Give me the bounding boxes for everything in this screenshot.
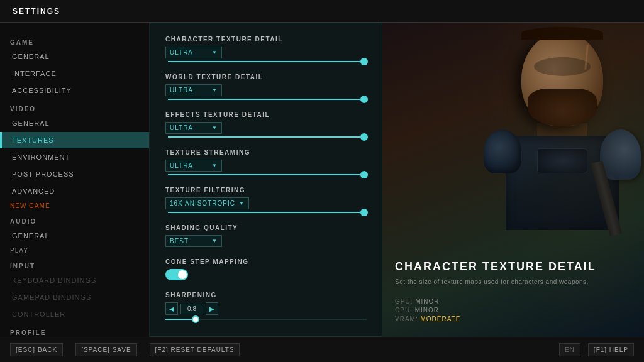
world-texture-track[interactable] (168, 99, 364, 100)
shading-quality-label: SHADING QUALITY (165, 224, 367, 231)
effects-texture-slider-container (165, 136, 367, 138)
texture-filtering-arrow: ▼ (239, 200, 245, 206)
reset-defaults-button[interactable]: [F2] RESET DEFAULTS (150, 343, 240, 356)
language-button[interactable]: EN (559, 343, 580, 356)
world-texture-value: ULTRA (170, 87, 193, 94)
content-area: CHARACTER TEXTURE DETAIL ULTRA ▼ WORLD T (150, 23, 644, 337)
save-button[interactable]: [SPACE] SAVE (75, 343, 136, 356)
texture-streaming-slider-container (165, 174, 367, 175)
sharpening-thumb[interactable] (192, 315, 199, 323)
world-texture-arrow: ▼ (212, 87, 218, 93)
sidebar-section-input: INPUT (0, 256, 149, 272)
texture-filtering-control: 16X ANISOTROPIC ▼ (165, 197, 367, 209)
texture-filtering-track[interactable] (168, 212, 364, 213)
texture-streaming-dropdown[interactable]: ULTRA ▼ (165, 160, 222, 172)
character-texture-value: ULTRA (170, 49, 193, 56)
setting-texture-streaming: TEXTURE STREAMING ULTRA ▼ (165, 149, 367, 175)
texture-filtering-label: TEXTURE FILTERING (165, 187, 367, 194)
sidebar-item-video-environment[interactable]: ENVIRONMENT (0, 149, 149, 165)
sidebar-item-video-general[interactable]: GENERAL (0, 115, 149, 131)
texture-streaming-control: ULTRA ▼ (165, 160, 367, 172)
sidebar-item-audio-general[interactable]: GENERAL (0, 228, 149, 244)
effects-texture-label: EFFECTS TEXTURE DETAIL (165, 111, 367, 118)
shading-quality-dropdown[interactable]: BEST ▼ (165, 235, 222, 247)
effects-texture-value: ULTRA (170, 124, 193, 131)
top-bar: SETTINGS (0, 0, 644, 23)
sidebar-item-video-advanced[interactable]: ADVANCED (0, 183, 149, 199)
preview-panel: CHARACTER TEXTURE DETAIL Set the size of… (382, 23, 644, 337)
page-title: SETTINGS (13, 7, 60, 16)
world-texture-dropdown[interactable]: ULTRA ▼ (165, 84, 222, 96)
setting-character-texture-detail: CHARACTER TEXTURE DETAIL ULTRA ▼ (165, 36, 367, 62)
character-texture-slider-container (165, 61, 367, 62)
preview-stats: GPU: MINOR CPU: MINOR VRAM: MODERATE (395, 298, 460, 324)
bottom-bar: [ESC] BACK [SPACE] SAVE [F2] RESET DEFAU… (0, 337, 644, 362)
texture-filtering-slider-container (165, 212, 367, 213)
sharpening-label: SHARPENING (165, 292, 367, 299)
sidebar-item-game-interface[interactable]: INTERFACE (0, 65, 149, 82)
sharpening-value: 0.8 (180, 304, 203, 314)
effects-texture-thumb[interactable] (360, 133, 368, 141)
setting-cone-step-mapping: CONE STEP MAPPING (165, 258, 367, 280)
preview-title: CHARACTER TEXTURE DETAIL (395, 260, 631, 273)
sharpening-track[interactable] (165, 319, 367, 320)
texture-filtering-fill (168, 212, 364, 213)
stat-gpu: GPU: MINOR (395, 298, 460, 305)
setting-shading-quality: SHADING QUALITY BEST ▼ (165, 224, 367, 247)
shading-quality-arrow: ▼ (212, 238, 218, 244)
sharpening-increase-btn[interactable]: ▶ (206, 302, 218, 315)
character-texture-thumb[interactable] (360, 58, 368, 65)
stat-gpu-value: MINOR (415, 298, 439, 305)
texture-streaming-fill (168, 174, 364, 175)
stat-cpu: CPU: MINOR (395, 307, 460, 314)
sidebar-section-audio: AUDIO (0, 212, 149, 228)
sharpening-stepper: ◀ 0.8 ▶ (165, 302, 218, 315)
setting-sharpening: SHARPENING ◀ 0.8 ▶ (165, 292, 367, 320)
back-button[interactable]: [ESC] BACK (10, 343, 63, 356)
character-texture-track[interactable] (168, 61, 364, 62)
sidebar-play[interactable]: PLAY (0, 244, 149, 256)
cone-step-knob (178, 270, 187, 279)
texture-streaming-label: TEXTURE STREAMING (165, 149, 367, 156)
texture-filtering-dropdown[interactable]: 16X ANISOTROPIC ▼ (165, 197, 249, 209)
stat-vram: VRAM: MODERATE (395, 315, 460, 322)
stat-cpu-value: MINOR (415, 307, 439, 314)
sidebar: GAME GENERAL INTERFACE ACCESSIBILITY VID… (0, 23, 150, 337)
character-texture-dropdown[interactable]: ULTRA ▼ (165, 47, 222, 58)
sidebar-item-game-general[interactable]: GENERAL (0, 48, 149, 65)
sidebar-item-video-postprocess[interactable]: POST PROCESS (0, 166, 149, 182)
sidebar-section-video: VIDEO (0, 99, 149, 115)
preview-info: CHARACTER TEXTURE DETAIL Set the size of… (395, 260, 631, 287)
sharpening-control: ◀ 0.8 ▶ (165, 302, 367, 315)
sharpening-decrease-btn[interactable]: ◀ (165, 302, 178, 315)
sidebar-item-input-controller: CONTROLLER (0, 306, 149, 322)
effects-texture-control: ULTRA ▼ (165, 122, 367, 134)
effects-texture-dropdown[interactable]: ULTRA ▼ (165, 122, 222, 134)
sidebar-new-game[interactable]: NEW GAME (0, 200, 149, 212)
help-button[interactable]: [F1] HELP (588, 343, 634, 356)
main-layout: GAME GENERAL INTERFACE ACCESSIBILITY VID… (0, 23, 644, 337)
effects-texture-fill (168, 136, 364, 138)
sidebar-item-input-gamepad: GAMEPAD BINDINGS (0, 289, 149, 305)
world-texture-label: WORLD TEXTURE DETAIL (165, 74, 367, 80)
character-texture-fill (168, 61, 364, 62)
cone-step-label: CONE STEP MAPPING (165, 258, 367, 265)
bottom-right-buttons: EN [F1] HELP (559, 343, 634, 356)
world-texture-fill (168, 99, 364, 100)
world-texture-slider-container (165, 99, 367, 100)
world-texture-thumb[interactable] (360, 96, 368, 103)
texture-streaming-track[interactable] (168, 174, 364, 175)
effects-texture-track[interactable] (168, 136, 364, 138)
sidebar-section-game: GAME (0, 33, 149, 48)
sharpening-slider-container (165, 319, 367, 320)
settings-panel: CHARACTER TEXTURE DETAIL ULTRA ▼ WORLD T (150, 23, 382, 337)
sidebar-item-video-textures[interactable]: TEXTURES (0, 132, 149, 148)
shading-quality-control: BEST ▼ (165, 235, 367, 247)
world-texture-control: ULTRA ▼ (165, 84, 367, 96)
sidebar-item-game-accessibility[interactable]: ACCESSIBILITY (0, 82, 149, 99)
setting-texture-filtering: TEXTURE FILTERING 16X ANISOTROPIC ▼ (165, 187, 367, 213)
texture-streaming-thumb[interactable] (360, 171, 368, 178)
cone-step-toggle[interactable] (165, 269, 188, 280)
texture-streaming-arrow: ▼ (212, 163, 218, 168)
texture-filtering-thumb[interactable] (360, 209, 368, 216)
